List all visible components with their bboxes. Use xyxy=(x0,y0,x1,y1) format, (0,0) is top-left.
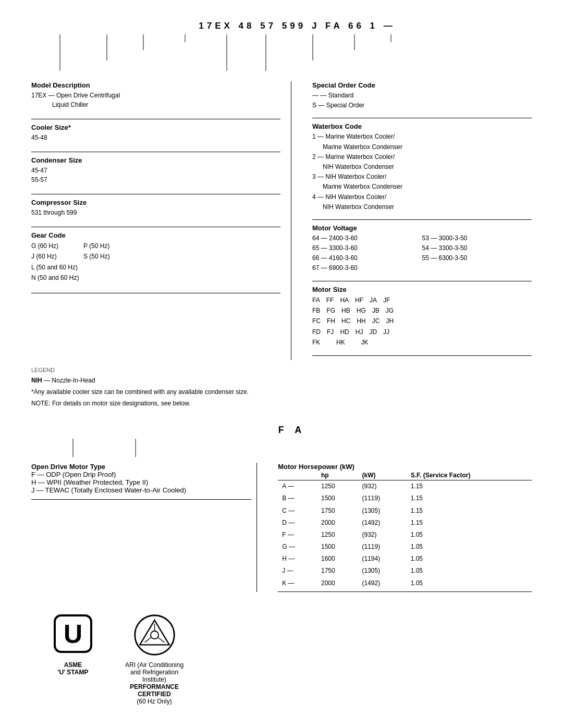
motor-type-j: J — TEWAC (Totally Enclosed Water-to-Air… xyxy=(31,486,251,494)
asme-label: ASME 'U' STAMP xyxy=(58,661,89,676)
nih-definition: NIH — Nozzle-In-Head xyxy=(31,375,532,387)
column-divider xyxy=(291,81,291,360)
cooler-size-block: Cooler Size* 45-48 xyxy=(31,124,280,142)
motor-hp-title: Motor Horsepower (kW) xyxy=(278,463,532,471)
svg-text:U: U xyxy=(64,620,82,649)
compressor-size-block: Compressor Size 531 through 599 xyxy=(31,199,280,217)
waterbox-code-list: 1 — Marine Waterbox Cooler/ Marine Water… xyxy=(312,132,532,212)
left-column: Model Description 17EX — Open Drive Cent… xyxy=(31,81,286,360)
fa-container: Open Drive Motor Type F — ODP (Open Drip… xyxy=(31,463,532,592)
fa-divider xyxy=(256,463,257,592)
waterbox-code-section: Waterbox Code 1 — Marine Waterbox Cooler… xyxy=(312,122,532,212)
gear-code-item-s: S (50 Hz) xyxy=(83,251,136,262)
gear-code-item-j: J (60 Hz) xyxy=(31,251,83,262)
table-row: K — 2000 (1492) 1.05 xyxy=(278,577,532,589)
waterbox-code-title: Waterbox Code xyxy=(312,122,532,130)
motor-size-title: Motor Size xyxy=(312,286,532,293)
motor-voltage-section: Motor Voltage 64 — 2400-3-60 65 — 3300-3… xyxy=(312,224,532,274)
motor-type-f: F — ODP (Open Drip Proof) xyxy=(31,471,251,478)
compressor-size-title: Compressor Size xyxy=(31,199,280,206)
model-number-display: 17EX 48 57 599 J FA 66 1 — xyxy=(31,21,532,31)
logos-section: U ASME 'U' STAMP ARI (Air Conditioning a… xyxy=(31,613,532,705)
table-row: B — 1500 (1119) 1.15 xyxy=(278,492,532,504)
motor-size-section: Motor Size FAFF HAHF JAJF FBFG HBHG JBJG… xyxy=(312,286,532,348)
col-header-sf: S.F. (Service Factor) xyxy=(407,471,532,480)
svg-line-17 xyxy=(158,637,164,642)
special-order-section: Special Order Code — — Standard S — Spec… xyxy=(312,81,532,110)
condenser-size-title: Condenser Size xyxy=(31,156,280,164)
ari-logo-icon xyxy=(132,613,177,657)
svg-point-15 xyxy=(150,631,158,639)
special-order-line2: S — Special Order xyxy=(312,101,532,110)
table-row: A — 1250 (932) 1.15 xyxy=(278,480,532,493)
motor-voltage-grid: 64 — 2400-3-60 65 — 3300-3-60 66 — 4160-… xyxy=(312,233,532,274)
fa-left: Open Drive Motor Type F — ODP (Open Drip… xyxy=(31,463,251,592)
legend-note2: NOTE: For details on motor size designat… xyxy=(31,398,532,410)
legend-section: LEGEND NIH — Nozzle-In-Head *Any availab… xyxy=(31,365,532,410)
cooler-size-title: Cooler Size* xyxy=(31,124,280,131)
gear-code-item-g: G (60 Hz) xyxy=(31,241,83,251)
fa-right: Motor Horsepower (kW) hp (kW) S.F. (Serv… xyxy=(262,463,532,592)
model-description-title: Model Description xyxy=(31,81,280,89)
motor-type-title: Open Drive Motor Type xyxy=(31,463,251,471)
right-column: Special Order Code — — Standard S — Spec… xyxy=(297,81,532,360)
model-description-line1: 17EX — Open Drive Centrifugal xyxy=(31,91,280,100)
motor-type-h: H — WPII (Weather Protected, Type II) xyxy=(31,478,251,486)
nih-label: NIH xyxy=(31,377,42,384)
asme-logo-block: U ASME 'U' STAMP xyxy=(52,613,94,676)
gear-code-item-n: N (50 and 60 Hz) xyxy=(31,273,83,283)
compressor-size-value: 531 through 599 xyxy=(31,208,280,217)
special-order-title: Special Order Code xyxy=(312,81,532,89)
fa-diagram: F A Open Drive Motor Type F — ODP (Open … xyxy=(31,425,532,592)
model-description-line2: Liquid Chiller xyxy=(31,100,280,109)
ari-label: ARI (Air Conditioning and Refrigeration … xyxy=(125,661,183,705)
legend-title: LEGEND xyxy=(31,365,532,376)
col-header-hp: hp xyxy=(317,471,358,480)
col-header-kw: (kW) xyxy=(358,471,407,480)
gear-code-item-l: L (50 and 60 Hz) xyxy=(31,262,83,273)
asme-logo-icon: U xyxy=(52,613,94,657)
gear-code-title: Gear Code xyxy=(31,231,280,239)
nih-def-text: — Nozzle-In-Head xyxy=(44,377,95,384)
legend-note1: *Any available cooler size can be combin… xyxy=(31,387,532,398)
table-row: G — 1500 (1119) 1.05 xyxy=(278,541,532,553)
col-header-code xyxy=(278,471,317,480)
table-row: J — 1750 (1305) 1.05 xyxy=(278,565,532,577)
gear-code-block: Gear Code G (60 Hz) P (50 Hz) J (60 Hz) … xyxy=(31,231,280,283)
model-description-block: Model Description 17EX — Open Drive Cent… xyxy=(31,81,280,109)
motor-hp-table: hp (kW) S.F. (Service Factor) A — 1250 (… xyxy=(278,471,532,589)
diagram-container: Model Description 17EX — Open Drive Cent… xyxy=(31,81,532,360)
table-row: H — 1600 (1194) 1.05 xyxy=(278,553,532,565)
condenser-size-block: Condenser Size 45-47 55-57 xyxy=(31,156,280,184)
motor-size-grid: FAFF HAHF JAJF FBFG HBHG JBJG FCFH HCHH … xyxy=(312,295,532,348)
ari-logo-block: ARI (Air Conditioning and Refrigeration … xyxy=(125,613,183,705)
gear-code-grid: G (60 Hz) P (50 Hz) J (60 Hz) S (50 Hz) … xyxy=(31,241,136,283)
table-row: D — 2000 (1492) 1.15 xyxy=(278,517,532,529)
table-row: C — 1750 (1305) 1.15 xyxy=(278,505,532,517)
table-row: F — 1250 (932) 1.05 xyxy=(278,529,532,541)
gear-code-item-p: P (50 Hz) xyxy=(83,241,136,251)
special-order-line1: — — Standard xyxy=(312,91,532,101)
fa-title: F A xyxy=(31,425,532,436)
condenser-size-value1: 45-47 xyxy=(31,166,280,175)
svg-line-18 xyxy=(144,637,151,642)
motor-voltage-title: Motor Voltage xyxy=(312,224,532,232)
condenser-size-value2: 55-57 xyxy=(31,175,280,184)
cooler-size-value: 45-48 xyxy=(31,133,280,142)
